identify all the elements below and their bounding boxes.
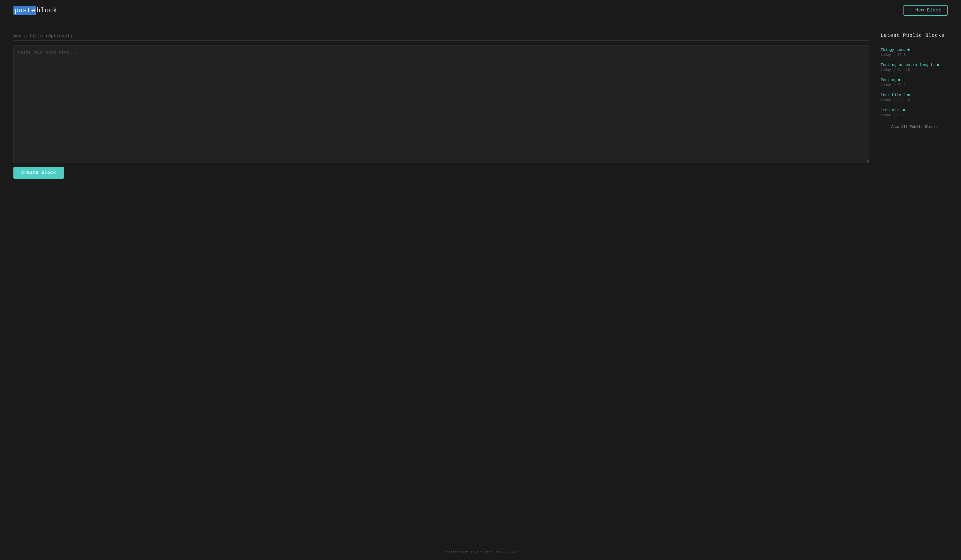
block-link[interactable]: Testing an extra long t…	[881, 63, 948, 67]
logo-paste: paste	[13, 6, 36, 15]
block-link[interactable]: Thingy code	[881, 48, 948, 52]
block-meta: today | 32 B	[881, 53, 948, 57]
logo[interactable]: pasteblock	[13, 7, 57, 14]
block-meta: today | 20 B	[881, 83, 948, 87]
block-dot-icon	[903, 109, 905, 111]
code-textarea[interactable]	[13, 45, 869, 162]
title-input[interactable]	[13, 32, 869, 41]
block-meta: today | 0 B	[881, 113, 948, 117]
block-link[interactable]: EthGlobal	[881, 108, 948, 112]
block-dot-icon	[898, 79, 900, 81]
block-link[interactable]: Testing	[881, 78, 948, 82]
block-name: Testing	[881, 78, 897, 82]
block-dot-icon	[937, 64, 939, 66]
main-content: Create Block Latest Public Blocks Thingy…	[0, 21, 961, 545]
block-list: Thingy codetoday | 32 BTesting an extra …	[881, 45, 948, 120]
footer: Created with love during HackFS 2022	[0, 545, 961, 560]
list-item: Testing an extra long t…today | 1.4 kB	[881, 60, 948, 75]
block-name: EthGlobal	[881, 108, 901, 112]
footer-text: Created with love during HackFS 2022	[444, 550, 516, 554]
view-all-link[interactable]: View All Public Blocks	[881, 125, 948, 129]
header: pasteblock + New Block	[0, 0, 961, 21]
editor-section: Create Block	[13, 32, 869, 534]
create-block-button[interactable]: Create Block	[13, 167, 64, 179]
block-dot-icon	[907, 94, 910, 96]
logo-block: block	[36, 7, 57, 14]
new-block-button[interactable]: + New Block	[903, 5, 948, 16]
list-item: EthGlobaltoday | 0 B	[881, 105, 948, 120]
list-item: Testingtoday | 20 B	[881, 75, 948, 90]
block-name: Test File 2	[881, 93, 906, 97]
block-link[interactable]: Test File 2	[881, 93, 948, 97]
block-name: Thingy code	[881, 48, 906, 52]
sidebar-title: Latest Public Blocks	[881, 32, 948, 39]
block-name: Testing an extra long t…	[881, 63, 935, 67]
sidebar: Latest Public Blocks Thingy codetoday | …	[881, 32, 948, 534]
block-dot-icon	[907, 48, 910, 51]
list-item: Test File 2today | 3.8 kB	[881, 90, 948, 105]
block-meta: today | 3.8 kB	[881, 98, 948, 102]
list-item: Thingy codetoday | 32 B	[881, 45, 948, 60]
block-meta: today | 1.4 kB	[881, 68, 948, 72]
